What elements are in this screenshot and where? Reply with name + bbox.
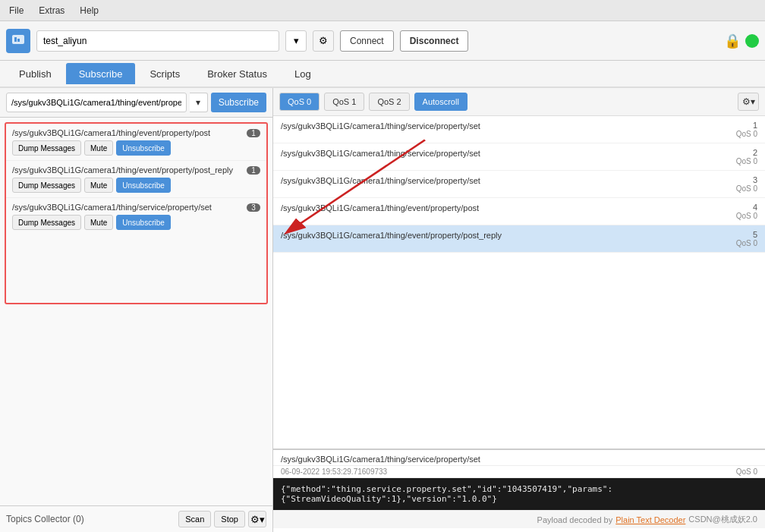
msg-num: 4 <box>753 203 757 212</box>
message-item[interactable]: /sys/gukv3BQLi1G/camera1/thing/event/pro… <box>273 198 765 225</box>
msg-topic: /sys/gukv3BQLi1G/camera1/thing/service/p… <box>281 121 716 132</box>
qos0-btn[interactable]: QoS 0 <box>279 93 320 111</box>
dump-messages-btn[interactable]: Dump Messages <box>12 178 81 193</box>
qos1-btn[interactable]: QoS 1 <box>324 93 364 111</box>
sub-topic-label: /sys/gukv3BQLi1G/camera1/thing/event/pro… <box>12 165 247 175</box>
tab-bar: Publish Subscribe Scripts Broker Status … <box>0 61 765 88</box>
topics-collector-header: Topics Collector (0) Scan Stop ⚙▾ <box>6 511 266 527</box>
toolbar: ▾ ⚙ Connect Disconnect 🔒 <box>0 21 765 61</box>
right-panel: QoS 0 QoS 1 QoS 2 Autoscroll ⚙▾ /sys/guk… <box>273 88 765 532</box>
tab-publish[interactable]: Publish <box>6 63 65 84</box>
unsubscribe-btn[interactable]: Unsubscribe <box>116 140 171 156</box>
detail-meta: 06-09-2022 19:53:29.71609733 QoS 0 <box>273 466 765 478</box>
topics-collector: Topics Collector (0) Scan Stop ⚙▾ <box>0 505 272 532</box>
message-item[interactable]: /sys/gukv3BQLi1G/camera1/thing/service/p… <box>273 171 765 198</box>
msg-topic: /sys/gukv3BQLi1G/camera1/thing/service/p… <box>281 148 716 159</box>
subscribe-topic-input[interactable] <box>6 93 187 112</box>
menu-bar: File Extras Help <box>0 0 765 21</box>
msg-qos: QoS 0 <box>736 184 757 193</box>
left-panel: ▾ Subscribe /sys/gukv3BQLi1G/camera1/thi… <box>0 88 273 532</box>
msg-num: 2 <box>753 148 757 157</box>
sub-actions: Dump Messages Mute Unsubscribe <box>12 215 260 230</box>
msg-topic: /sys/gukv3BQLi1G/camera1/thing/event/pro… <box>281 230 716 241</box>
msg-meta: 2 QoS 0 <box>716 148 757 165</box>
svg-rect-1 <box>14 37 17 42</box>
sub-count-badge: 1 <box>247 166 260 175</box>
msg-topic: /sys/gukv3BQLi1G/camera1/thing/service/p… <box>281 175 716 187</box>
main-content: ▾ Subscribe /sys/gukv3BQLi1G/camera1/thi… <box>0 88 765 532</box>
msg-qos: QoS 0 <box>736 239 757 247</box>
msg-meta: 1 QoS 0 <box>716 121 757 138</box>
topic-dropdown-btn[interactable]: ▾ <box>190 93 208 112</box>
message-item-selected[interactable]: /sys/gukv3BQLi1G/camera1/thing/event/pro… <box>273 225 765 253</box>
message-detail: /sys/gukv3BQLi1G/camera1/thing/service/p… <box>273 449 765 532</box>
connection-dropdown-btn[interactable]: ▾ <box>285 30 307 52</box>
subscription-item: /sys/gukv3BQLi1G/camera1/thing/event/pro… <box>6 124 266 161</box>
detail-topic: /sys/gukv3BQLi1G/camera1/thing/service/p… <box>273 450 765 466</box>
unsubscribe-btn[interactable]: Unsubscribe <box>116 178 171 193</box>
sub-topic-label: /sys/gukv3BQLi1G/camera1/thing/event/pro… <box>12 128 247 137</box>
msg-num: 1 <box>753 121 757 130</box>
detail-footer: Payload decoded by Plain Text Decoder CS… <box>273 510 765 528</box>
msg-num: 3 <box>753 175 757 184</box>
app-logo <box>6 29 30 53</box>
dump-messages-btn[interactable]: Dump Messages <box>12 140 81 156</box>
sub-count-badge: 3 <box>247 203 260 212</box>
scan-btn[interactable]: Scan <box>178 511 211 527</box>
msg-qos: QoS 0 <box>736 130 757 138</box>
detail-qos-meta: QoS 0 <box>736 467 757 476</box>
subscription-item: /sys/gukv3BQLi1G/camera1/thing/event/pro… <box>6 161 266 198</box>
msg-meta: 5 QoS 0 <box>716 230 757 247</box>
plain-text-decoder-link[interactable]: Plain Text Decoder <box>615 515 685 524</box>
menu-extras[interactable]: Extras <box>36 4 68 17</box>
messages-area: /sys/gukv3BQLi1G/camera1/thing/service/p… <box>273 116 765 449</box>
messages-list[interactable]: /sys/gukv3BQLi1G/camera1/thing/service/p… <box>273 116 765 449</box>
toolbar-right: 🔒 <box>724 33 759 49</box>
tc-actions: Scan Stop ⚙▾ <box>178 511 266 527</box>
tab-subscribe[interactable]: Subscribe <box>66 63 136 84</box>
mute-btn[interactable]: Mute <box>84 215 113 230</box>
right-settings-btn[interactable]: ⚙▾ <box>738 93 759 111</box>
sub-actions: Dump Messages Mute Unsubscribe <box>12 140 260 156</box>
subscriptions-list: /sys/gukv3BQLi1G/camera1/thing/event/pro… <box>5 122 268 304</box>
watermark: CSDN@桃成妖2.0 <box>688 514 757 525</box>
decoder-label: Payload decoded by <box>537 515 613 524</box>
left-spacer <box>0 309 272 505</box>
subscribe-input-area: ▾ Subscribe <box>0 88 272 118</box>
connect-button[interactable]: Connect <box>340 30 394 52</box>
qos2-btn[interactable]: QoS 2 <box>369 93 409 111</box>
topics-collector-title: Topics Collector (0) <box>6 514 84 524</box>
connection-status-icon <box>745 34 759 48</box>
connection-settings-btn[interactable]: ⚙ <box>313 30 334 52</box>
lock-icon: 🔒 <box>724 33 741 49</box>
tab-broker-status[interactable]: Broker Status <box>194 63 280 84</box>
msg-qos: QoS 0 <box>736 157 757 165</box>
menu-help[interactable]: Help <box>77 4 102 17</box>
autoscroll-btn[interactable]: Autoscroll <box>414 93 468 111</box>
msg-meta: 3 QoS 0 <box>716 175 757 193</box>
message-item[interactable]: /sys/gukv3BQLi1G/camera1/thing/service/p… <box>273 116 765 143</box>
msg-meta: 4 QoS 0 <box>716 203 757 220</box>
svg-rect-2 <box>17 39 20 42</box>
stop-btn[interactable]: Stop <box>214 511 245 527</box>
msg-num: 5 <box>753 230 757 239</box>
mute-btn[interactable]: Mute <box>84 140 113 156</box>
unsubscribe-btn[interactable]: Unsubscribe <box>116 215 171 230</box>
message-item[interactable]: /sys/gukv3BQLi1G/camera1/thing/service/p… <box>273 143 765 171</box>
sub-topic-label: /sys/gukv3BQLi1G/camera1/thing/service/p… <box>12 203 247 212</box>
mute-btn[interactable]: Mute <box>84 178 113 193</box>
dump-messages-btn[interactable]: Dump Messages <box>12 215 81 230</box>
tc-settings-btn[interactable]: ⚙▾ <box>248 511 266 527</box>
disconnect-button[interactable]: Disconnect <box>400 30 469 52</box>
detail-payload: {"method":"thing.service.property.set","… <box>273 478 765 510</box>
right-toolbar: QoS 0 QoS 1 QoS 2 Autoscroll ⚙▾ <box>273 88 765 116</box>
tab-scripts[interactable]: Scripts <box>137 63 193 84</box>
tab-log[interactable]: Log <box>282 63 324 84</box>
sub-actions: Dump Messages Mute Unsubscribe <box>12 178 260 193</box>
msg-qos: QoS 0 <box>736 212 757 220</box>
connection-input[interactable] <box>36 30 279 52</box>
subscribe-button[interactable]: Subscribe <box>211 93 266 112</box>
subscription-item: /sys/gukv3BQLi1G/camera1/thing/service/p… <box>6 198 266 235</box>
menu-file[interactable]: File <box>6 4 27 17</box>
detail-timestamp: 06-09-2022 19:53:29.71609733 <box>281 467 387 476</box>
